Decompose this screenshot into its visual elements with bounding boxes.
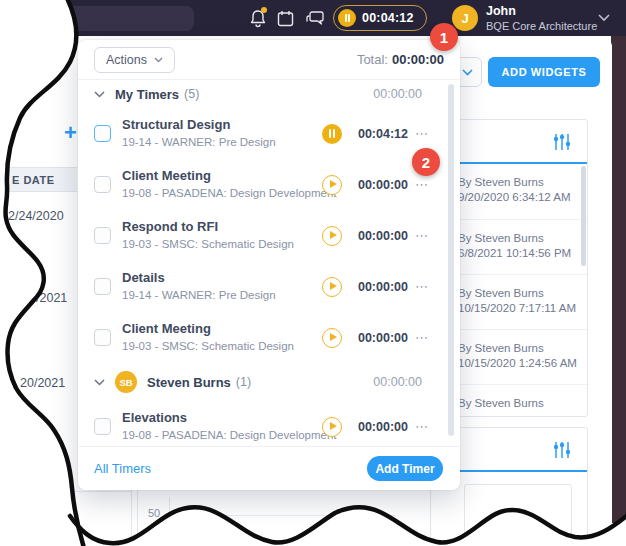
activity-author: By Steven Burns: [458, 286, 587, 301]
more-options-icon[interactable]: ⋯: [414, 177, 430, 192]
timer-text: Details 19-14 - WARNER: Pre Design: [122, 270, 322, 303]
chevron-down-icon[interactable]: [94, 379, 105, 386]
play-icon[interactable]: [322, 175, 342, 195]
calendar-icon[interactable]: [277, 10, 294, 27]
table-cell-date: 20/2021: [20, 376, 65, 390]
total-value: 00:00:00: [392, 52, 444, 67]
table-column-header: E DATE: [0, 167, 77, 192]
section-count: (5): [184, 87, 199, 101]
activity-timestamp: 6/8/2021 10:14:56 PM: [458, 246, 587, 261]
user-avatar[interactable]: J: [452, 5, 478, 31]
scrollbar-thumb[interactable]: [448, 84, 454, 436]
callout-badge-2: 2: [412, 148, 440, 176]
timer-text: Client Meeting 19-08 - PASADENA: Design …: [122, 168, 322, 201]
user-info[interactable]: John BQE Core Architecture: [486, 5, 597, 32]
chat-icon[interactable]: [306, 10, 326, 27]
add-icon[interactable]: +: [64, 120, 77, 146]
card-border: [131, 488, 132, 546]
global-timer-button[interactable]: 00:04:12: [333, 5, 427, 31]
timer-section-header[interactable]: SB Steven Burns (1) 00:00:00: [78, 363, 460, 401]
chart-inner-panel: [464, 484, 572, 546]
timers-dropdown-panel: Actions Total:00:00:00 My Timers (5) 00:…: [78, 40, 460, 490]
activity-author: By Steven Burns: [458, 175, 587, 190]
add-timer-button[interactable]: Add Timer: [367, 456, 443, 481]
more-options-icon[interactable]: ⋯: [414, 279, 430, 294]
all-timers-link[interactable]: All Timers: [94, 461, 151, 476]
timer-time: 00:04:12: [350, 127, 408, 141]
timer-time: 00:00:00: [350, 178, 408, 192]
timer-time: 00:00:00: [350, 331, 408, 345]
timer-row: Structural Design 19-14 - WARNER: Pre De…: [78, 108, 460, 159]
panel-footer: All Timers Add Timer: [78, 446, 460, 490]
chart-axis-line: [169, 497, 170, 546]
timer-subtitle: 19-08 - PASADENA: Design Development: [122, 186, 322, 201]
chevron-down-icon: [462, 69, 473, 76]
timer-title: Client Meeting: [122, 168, 322, 184]
timer-text: Client Meeting 19-03 - SMSC: Schematic D…: [122, 321, 322, 354]
more-options-icon[interactable]: ⋯: [414, 330, 430, 345]
section-title: My Timers: [115, 87, 179, 102]
timer-text: Structural Design 19-14 - WARNER: Pre De…: [122, 117, 322, 150]
total-label: Total:: [357, 52, 388, 67]
notification-dot: [261, 7, 267, 13]
timer-checkbox[interactable]: [94, 227, 111, 244]
timer-title: Structural Design: [122, 117, 322, 133]
timer-row: Client Meeting 19-08 - PASADENA: Design …: [78, 159, 460, 210]
actions-button[interactable]: Actions: [94, 47, 175, 73]
timer-title: Elevations: [122, 410, 322, 426]
timer-checkbox[interactable]: [94, 176, 111, 193]
timer-checkbox[interactable]: [94, 125, 111, 142]
chevron-down-icon[interactable]: [94, 91, 105, 98]
timer-subtitle: 19-08 - PASADENA: Design Development: [122, 428, 322, 443]
timer-time: 00:00:00: [350, 229, 408, 243]
screenshot-frame: 00:04:12 J John BQE Core Architecture + …: [0, 0, 626, 546]
chevron-down-icon[interactable]: [598, 14, 610, 22]
section-total-time: 00:00:00: [373, 375, 422, 389]
pause-icon[interactable]: [338, 9, 356, 27]
timer-list: My Timers (5) 00:00:00 Structural Design…: [78, 80, 460, 446]
add-widgets-button[interactable]: ADD WIDGETS: [488, 57, 600, 87]
chart-axis-tick: 50: [148, 507, 160, 519]
search-input[interactable]: [26, 6, 194, 31]
timer-subtitle: 19-03 - SMSC: Schematic Design: [122, 237, 322, 252]
section-title: Steven Burns: [147, 375, 231, 390]
timer-value: 00:04:12: [362, 11, 414, 25]
timer-text: Elevations 19-08 - PASADENA: Design Deve…: [122, 410, 322, 443]
play-icon[interactable]: [322, 277, 342, 297]
user-name: John: [486, 5, 597, 18]
filter-sliders-icon[interactable]: [552, 440, 572, 460]
timer-time: 00:00:00: [350, 420, 408, 434]
timer-checkbox[interactable]: [94, 329, 111, 346]
more-options-icon[interactable]: ⋯: [414, 126, 430, 141]
activity-timestamp: 9/20/2020 6:34:12 AM: [458, 190, 587, 205]
total-time: Total:00:00:00: [357, 52, 444, 67]
play-icon[interactable]: [322, 328, 342, 348]
play-icon[interactable]: [322, 417, 342, 437]
timer-row: Client Meeting 19-03 - SMSC: Schematic D…: [78, 312, 460, 363]
timer-checkbox[interactable]: [94, 278, 111, 295]
play-icon[interactable]: [322, 226, 342, 246]
timer-row: Respond to RFI 19-03 - SMSC: Schematic D…: [78, 210, 460, 261]
chevron-down-icon: [154, 57, 163, 63]
timer-subtitle: 19-14 - WARNER: Pre Design: [122, 288, 322, 303]
timer-text: Respond to RFI 19-03 - SMSC: Schematic D…: [122, 219, 322, 252]
user-organization: BQE Core Architecture: [486, 21, 597, 32]
activity-author: By Steven Burns: [458, 341, 587, 356]
top-navigation-bar: 00:04:12 J John BQE Core Architecture: [0, 0, 626, 36]
activity-timestamp: 10/15/2020 7:17:11 AM: [458, 301, 587, 316]
timer-checkbox[interactable]: [94, 418, 111, 435]
pause-icon[interactable]: [322, 124, 342, 144]
timer-subtitle: 19-03 - SMSC: Schematic Design: [122, 339, 322, 354]
timer-title: Respond to RFI: [122, 219, 322, 235]
timer-section-header[interactable]: My Timers (5) 00:00:00: [78, 80, 460, 108]
section-total-time: 00:00:00: [373, 87, 422, 101]
more-options-icon[interactable]: ⋯: [414, 419, 430, 434]
more-options-icon[interactable]: ⋯: [414, 228, 430, 243]
window-edge: [611, 0, 626, 523]
timer-row: Details 19-14 - WARNER: Pre Design 00:00…: [78, 261, 460, 312]
filter-sliders-icon[interactable]: [552, 132, 572, 152]
scrollbar-thumb[interactable]: [581, 166, 586, 266]
section-avatar: SB: [115, 371, 137, 393]
card-border: [137, 488, 138, 546]
timer-subtitle: 19-14 - WARNER: Pre Design: [122, 135, 322, 150]
